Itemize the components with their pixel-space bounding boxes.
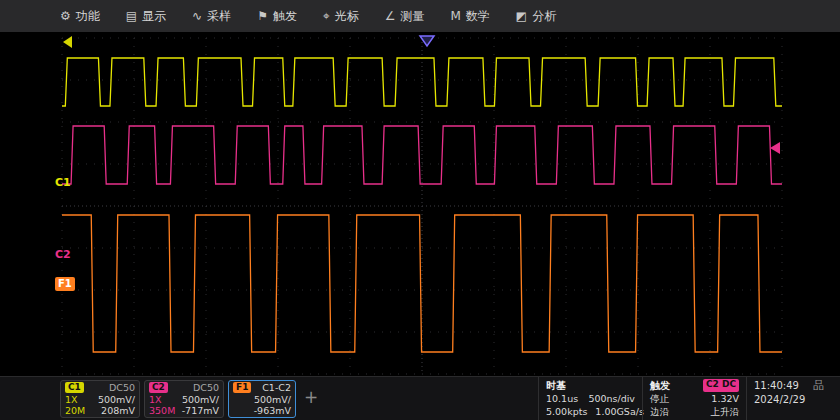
menu-item-math[interactable]: M 数学 bbox=[450, 8, 489, 25]
analysis-icon: ◩ bbox=[516, 9, 527, 23]
c2-offset: -717mV bbox=[182, 405, 219, 416]
sample-rate: 1.00GSa/s bbox=[595, 405, 644, 418]
c2-probe: 1X bbox=[149, 394, 162, 405]
menu-item-analysis[interactable]: ◩ 分析 bbox=[516, 8, 556, 25]
menu-label: 数学 bbox=[466, 8, 490, 25]
trigger-box[interactable]: 触发 C2 DC 停止 1.32V 边沿 上升沿 bbox=[642, 377, 746, 420]
memory-depth: 5.00kpts bbox=[546, 405, 587, 418]
channel-box-c1[interactable]: C1 DC50 1X 500mV/ 20M 208mV bbox=[60, 380, 140, 418]
c1-bandwidth: 20M bbox=[65, 405, 85, 416]
bottom-status-bar: C1 DC50 1X 500mV/ 20M 208mV C2 DC50 1X 5… bbox=[0, 376, 840, 420]
channel-box-c2[interactable]: C2 DC50 1X 500mV/ 350M -717mV bbox=[144, 380, 224, 418]
math-icon: M bbox=[450, 9, 460, 23]
timebase-title: 时基 bbox=[546, 379, 566, 392]
timebase-scale: 500ns/div bbox=[588, 392, 635, 405]
timebase-delay: 10.1us bbox=[546, 392, 578, 405]
c2-ground-indicator[interactable]: C2 bbox=[55, 248, 71, 261]
trigger-level-marker-c2[interactable] bbox=[770, 142, 780, 154]
add-trace-button[interactable]: + bbox=[300, 388, 322, 408]
f1-scale: 500mV/ bbox=[254, 394, 291, 405]
network-status-icon[interactable]: 品 bbox=[813, 379, 824, 419]
crosshair-icon: ⌖ bbox=[323, 9, 330, 23]
menu-label: 触发 bbox=[273, 8, 297, 25]
date-display: 2024/2/29 bbox=[754, 393, 805, 407]
top-menu-bar: ⚙ 功能 ▤ 显示 ∿ 采样 ⚑ 触发 ⌖ 光标 ∠ 测量 M 数学 ◩ 分析 bbox=[0, 0, 840, 32]
c1-badge: C1 bbox=[65, 382, 84, 393]
menu-item-function[interactable]: ⚙ 功能 bbox=[60, 8, 100, 25]
time-display: 11:40:49 bbox=[754, 379, 805, 393]
trigger-state: 停止 bbox=[650, 392, 669, 405]
c2-coupling: DC50 bbox=[193, 382, 219, 393]
menu-item-display[interactable]: ▤ 显示 bbox=[126, 8, 166, 25]
menu-item-measure[interactable]: ∠ 测量 bbox=[385, 8, 425, 25]
flag-icon: ⚑ bbox=[257, 9, 268, 23]
c2-scale: 500mV/ bbox=[182, 394, 219, 405]
menu-label: 采样 bbox=[207, 8, 231, 25]
ruler-icon: ∠ bbox=[385, 9, 396, 23]
c1-scale: 500mV/ bbox=[98, 394, 135, 405]
waveform-trace-f1-c1-c2 bbox=[62, 215, 782, 352]
trigger-slope: 上升沿 bbox=[711, 405, 740, 418]
display-icon: ▤ bbox=[126, 9, 137, 23]
menu-label: 功能 bbox=[76, 8, 100, 25]
c1-probe: 1X bbox=[65, 394, 78, 405]
c1-ground-indicator[interactable]: C1 bbox=[55, 176, 71, 189]
trigger-type: 边沿 bbox=[650, 405, 669, 418]
clock-box[interactable]: 11:40:49 2024/2/29 品 bbox=[746, 377, 840, 420]
menu-item-trigger[interactable]: ⚑ 触发 bbox=[257, 8, 297, 25]
menu-label: 测量 bbox=[400, 8, 424, 25]
c2-badge: C2 bbox=[149, 382, 168, 393]
menu-label: 分析 bbox=[532, 8, 556, 25]
timebase-box[interactable]: 时基 10.1us 500ns/div 5.00kpts 1.00GSa/s bbox=[538, 377, 642, 420]
f1-offset: -963mV bbox=[254, 405, 291, 416]
waveform-icon: ∿ bbox=[192, 9, 202, 23]
menu-label: 显示 bbox=[142, 8, 166, 25]
oscilloscope-screen: { "colors": { "c1": "#e6e600", "c2": "#e… bbox=[0, 0, 840, 420]
c1-offset: 208mV bbox=[101, 405, 135, 416]
c2-bandwidth: 350M bbox=[149, 405, 175, 416]
waveform-display bbox=[0, 32, 840, 378]
menu-label: 光标 bbox=[335, 8, 359, 25]
f1-badge: F1 bbox=[233, 382, 251, 393]
math-box-f1[interactable]: F1 C1-C2 500mV/ -963mV bbox=[228, 380, 296, 418]
trigger-title: 触发 bbox=[650, 379, 670, 392]
f1-expression: C1-C2 bbox=[262, 382, 291, 393]
trigger-source-badge: C2 DC bbox=[703, 379, 739, 392]
trigger-position-marker[interactable] bbox=[420, 36, 434, 46]
trigger-level: 1.32V bbox=[711, 392, 739, 405]
c1-coupling: DC50 bbox=[109, 382, 135, 393]
menu-item-cursor[interactable]: ⌖ 光标 bbox=[323, 8, 359, 25]
gear-icon: ⚙ bbox=[60, 9, 71, 23]
horizontal-reference-arrow[interactable] bbox=[63, 36, 72, 48]
menu-item-acquire[interactable]: ∿ 采样 bbox=[192, 8, 231, 25]
f1-ground-indicator[interactable]: F1 bbox=[55, 277, 75, 291]
